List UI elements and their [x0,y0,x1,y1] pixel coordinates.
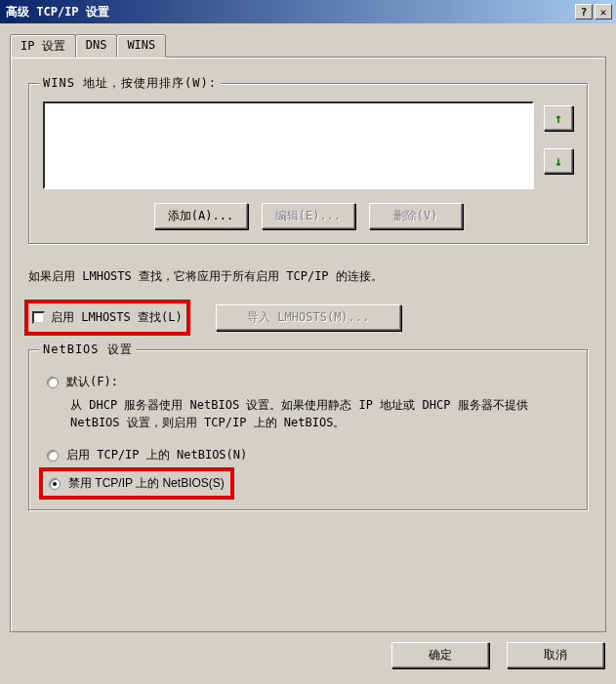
window-title: 高级 TCP/IP 设置 [4,4,573,20]
move-up-button[interactable]: ↑ [544,105,573,131]
netbios-disable-label: 禁用 TCP/IP 上的 NetBIOS(S) [68,475,225,492]
tab-wins[interactable]: WINS [116,34,166,58]
lmhosts-info-text: 如果启用 LMHOSTS 查找，它将应用于所有启用 TCP/IP 的连接。 [28,267,588,286]
netbios-group-legend: NetBIOS 设置 [39,342,137,358]
wins-addresses-group: WINS 地址，按使用排序(W): ↑ ↓ 添加(A)... 编辑(E)... … [28,83,588,244]
netbios-enable-radio-row[interactable]: 启用 TCP/IP 上的 NetBIOS(N) [43,445,573,465]
enable-lmhosts-checkbox-row[interactable]: 启用 LMHOSTS 查找(L) [28,303,186,332]
wins-address-list[interactable] [43,101,534,189]
tab-dns[interactable]: DNS [75,34,118,58]
close-button[interactable]: ✕ [595,4,612,20]
wins-group-legend: WINS 地址，按使用排序(W): [39,75,221,92]
dialog-button-row: 确定 取消 [10,642,606,668]
ok-button[interactable]: 确定 [391,642,489,668]
arrow-up-icon: ↑ [554,110,562,126]
tab-strip: IP 设置 DNS WINS [10,34,606,58]
lmhosts-row: 启用 LMHOSTS 查找(L) 导入 LMHOSTS(M)... [28,303,588,332]
tab-ip-settings[interactable]: IP 设置 [10,34,76,58]
arrow-down-icon: ↓ [554,153,562,169]
netbios-default-radio[interactable] [47,377,59,388]
remove-button[interactable]: 删除(V) [369,203,463,229]
netbios-default-desc: 从 DHCP 服务器使用 NetBIOS 设置。如果使用静态 IP 地址或 DH… [70,396,573,431]
netbios-enable-radio[interactable] [47,450,59,462]
enable-lmhosts-checkbox[interactable] [32,311,45,324]
cancel-button[interactable]: 取消 [507,642,604,668]
enable-lmhosts-label: 启用 LMHOSTS 查找(L) [51,309,183,326]
help-button[interactable]: ? [575,4,593,20]
add-button[interactable]: 添加(A)... [154,203,248,229]
netbios-disable-radio[interactable] [49,478,61,490]
titlebar: 高级 TCP/IP 设置 ? ✕ [0,0,616,23]
move-down-button[interactable]: ↓ [544,148,573,174]
import-lmhosts-button[interactable]: 导入 LMHOSTS(M)... [216,304,401,331]
netbios-enable-label: 启用 TCP/IP 上的 NetBIOS(N) [66,447,247,463]
netbios-disable-radio-row[interactable]: 禁用 TCP/IP 上的 NetBIOS(S) [43,471,230,496]
edit-button[interactable]: 编辑(E)... [262,203,355,229]
netbios-default-label: 默认(F): [66,374,118,390]
tab-panel-wins: WINS 地址，按使用排序(W): ↑ ↓ 添加(A)... 编辑(E)... … [10,57,606,632]
window-body: IP 设置 DNS WINS WINS 地址，按使用排序(W): ↑ ↓ 添加(… [0,23,616,678]
netbios-default-radio-row[interactable]: 默认(F): [43,372,573,392]
netbios-group: NetBIOS 设置 默认(F): 从 DHCP 服务器使用 NetBIOS 设… [28,349,588,510]
